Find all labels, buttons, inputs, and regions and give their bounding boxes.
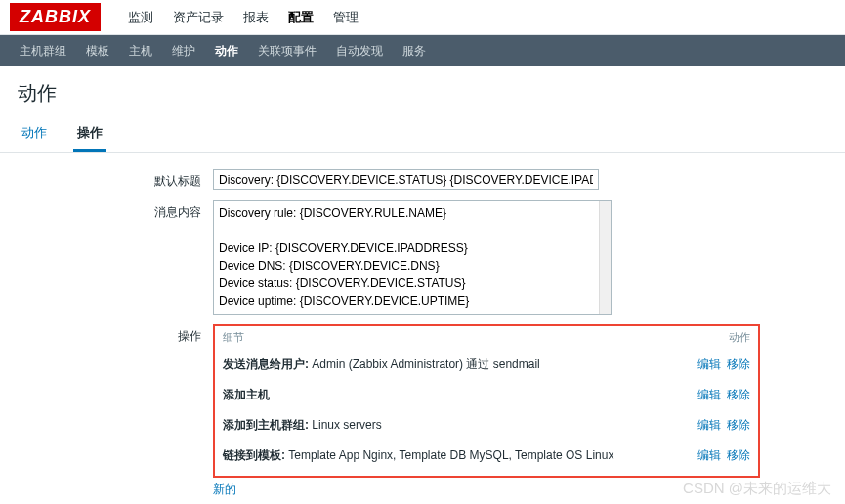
op-row: 添加主机 编辑移除: [223, 381, 750, 411]
logo: ZABBIX: [10, 3, 101, 31]
page-title: 动作: [0, 66, 845, 116]
ops-header-detail: 细节: [223, 330, 244, 345]
op-remove-link[interactable]: 移除: [727, 418, 750, 432]
form-area: 默认标题 消息内容 Discovery rule: {DISCOVERY.RUL…: [0, 153, 845, 504]
subnav-actions[interactable]: 动作: [215, 43, 238, 60]
sub-nav: 主机群组 模板 主机 维护 动作 关联项事件 自动发现 服务: [0, 35, 845, 66]
op-edit-link[interactable]: 编辑: [697, 357, 721, 371]
op-row: 添加到主机群组: Linux servers 编辑移除: [223, 411, 750, 441]
subnav-services[interactable]: 服务: [402, 43, 426, 60]
subnav-templates[interactable]: 模板: [86, 43, 109, 60]
op-remove-link[interactable]: 移除: [727, 448, 750, 462]
nav-monitoring[interactable]: 监测: [128, 9, 153, 26]
subnav-hostgroups[interactable]: 主机群组: [20, 43, 66, 60]
message-content-textarea[interactable]: Discovery rule: {DISCOVERY.RULE.NAME} De…: [214, 201, 599, 314]
label-default-title: 默认标题: [18, 169, 213, 190]
tabs: 动作 操作: [0, 116, 845, 153]
op-text: 链接到模板: Template App Nginx, Template DB M…: [223, 447, 613, 464]
default-title-input[interactable]: [213, 169, 599, 190]
op-text: 发送消息给用户: Admin (Zabbix Administrator) 通过…: [223, 357, 540, 373]
op-row: 发送消息给用户: Admin (Zabbix Administrator) 通过…: [223, 351, 750, 381]
ops-header-actions: 动作: [729, 330, 750, 345]
tab-operations[interactable]: 操作: [73, 116, 106, 152]
op-edit-link[interactable]: 编辑: [697, 418, 721, 432]
op-remove-link[interactable]: 移除: [727, 357, 750, 371]
op-edit-link[interactable]: 编辑: [697, 448, 721, 462]
nav-reports[interactable]: 报表: [243, 9, 269, 26]
nav-administration[interactable]: 管理: [333, 9, 359, 26]
label-operations: 操作: [18, 324, 213, 500]
subnav-maintenance[interactable]: 维护: [172, 43, 195, 60]
nav-inventory[interactable]: 资产记录: [173, 9, 224, 26]
label-message-content: 消息内容: [18, 200, 213, 315]
op-text: 添加主机: [223, 387, 270, 403]
scrollbar[interactable]: [599, 201, 611, 314]
operations-box: 细节 动作 发送消息给用户: Admin (Zabbix Administrat…: [213, 324, 760, 478]
tab-action[interactable]: 动作: [18, 116, 51, 149]
op-edit-link[interactable]: 编辑: [697, 388, 721, 401]
op-remove-link[interactable]: 移除: [727, 388, 750, 401]
op-new-link[interactable]: 新的: [213, 483, 236, 496]
nav-configuration[interactable]: 配置: [288, 9, 314, 26]
subnav-correlation[interactable]: 关联项事件: [258, 43, 317, 60]
op-row: 链接到模板: Template App Nginx, Template DB M…: [223, 441, 750, 472]
op-text: 添加到主机群组: Linux servers: [223, 417, 382, 434]
subnav-hosts[interactable]: 主机: [129, 43, 152, 60]
top-nav: ZABBIX 监测 资产记录 报表 配置 管理: [0, 0, 845, 35]
subnav-discovery[interactable]: 自动发现: [336, 43, 383, 60]
